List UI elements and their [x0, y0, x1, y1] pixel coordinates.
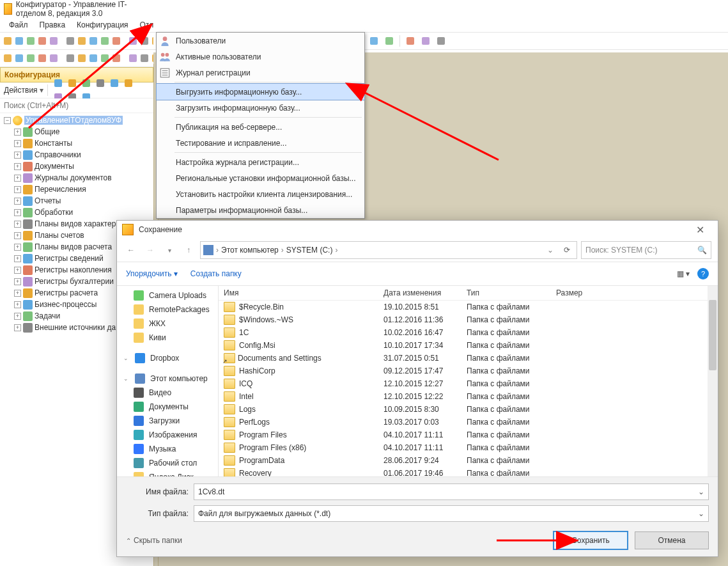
nav-item[interactable]: Изображения [117, 428, 218, 442]
toolbar-button[interactable] [88, 51, 98, 65]
file-row[interactable]: ICQ12.10.2015 12:27Папка с файлами [219, 377, 718, 390]
tree-expand-icon[interactable]: + [14, 198, 21, 205]
view-mode-icon[interactable]: ▦ ▾ [677, 269, 690, 278]
breadcrumb-drive[interactable]: SYSTEM (C:) [286, 246, 333, 255]
tree-item[interactable]: +Документы [0, 161, 153, 172]
menu-item[interactable]: Журнал регистрации [157, 65, 364, 81]
tree-expand-icon[interactable]: + [14, 186, 21, 193]
toolbar-button[interactable] [111, 34, 121, 48]
col-size[interactable]: Размер [551, 286, 718, 301]
admin-menu-dropdown[interactable]: ПользователиАктивные пользователиЖурнал … [156, 32, 365, 219]
action-button[interactable] [107, 76, 121, 90]
tree-collapse-icon[interactable]: − [4, 117, 11, 124]
toolbar-button[interactable] [3, 51, 13, 65]
organize-button[interactable]: Упорядочить ▾ [126, 269, 178, 278]
file-row[interactable]: Program Files (x86)04.10.2017 11:11Папка… [219, 441, 718, 454]
toolbar-button[interactable] [403, 34, 417, 48]
file-row[interactable]: ProgramData28.06.2017 9:24Папка с файлам… [219, 454, 718, 467]
toolbar-button[interactable] [382, 34, 396, 48]
file-row[interactable]: Program Files04.10.2017 11:11Папка с фай… [219, 428, 718, 441]
nav-recent-icon[interactable]: ▾ [162, 242, 177, 258]
tree-item[interactable]: +Константы [0, 138, 153, 149]
tree-expand-icon[interactable]: + [14, 255, 21, 262]
toolbar-button[interactable] [14, 34, 24, 48]
toolbar-button[interactable] [49, 51, 59, 65]
breadcrumb-pc[interactable]: Этот компьютер [221, 246, 279, 255]
toolbar-button[interactable] [65, 34, 75, 48]
file-row[interactable]: $Windows.~WS01.12.2016 11:36Папка с файл… [219, 313, 718, 326]
nav-item[interactable]: ЖКХ [117, 317, 218, 331]
tree-expand-icon[interactable]: + [14, 209, 21, 216]
menu-item[interactable]: Параметры информационной базы... [157, 202, 364, 218]
toolbar-button[interactable] [434, 34, 448, 48]
toolbar-button[interactable] [3, 34, 13, 48]
tree-root[interactable]: УправлениеITОтделом8УФ [24, 116, 123, 125]
toolbar-button[interactable] [65, 51, 75, 65]
tree-expand-icon[interactable]: + [14, 175, 21, 182]
nav-item[interactable]: Музыка [117, 442, 218, 456]
menu-item[interactable]: Публикация на веб-сервере... [157, 119, 364, 135]
tree-expand-icon[interactable]: + [14, 244, 21, 251]
toolbar-button[interactable] [37, 34, 47, 48]
tree-expand-icon[interactable]: + [14, 290, 21, 297]
help-icon[interactable]: ? [697, 268, 709, 279]
file-row[interactable]: Logs10.09.2015 8:30Папка с файлами [219, 403, 718, 416]
menu-item[interactable]: Выгрузить информационную базу... [156, 83, 365, 100]
file-list[interactable]: Имя Дата изменения Тип Размер $Recycle.B… [219, 286, 718, 476]
action-button[interactable] [65, 76, 79, 90]
toolbar-button[interactable] [49, 34, 59, 48]
file-row[interactable]: PerfLogs19.03.2017 0:03Папка с файлами [219, 416, 718, 428]
toolbar-button[interactable] [77, 51, 87, 65]
tree-item[interactable]: +Справочники [0, 149, 153, 161]
nav-item[interactable]: Рабочий стол [117, 456, 218, 470]
nav-item[interactable]: Загрузки [117, 414, 218, 428]
nav-item[interactable]: Киви [117, 331, 218, 345]
menu-item[interactable]: Региональные установки информационной ба… [157, 170, 364, 186]
file-row[interactable]: $Recycle.Bin19.10.2015 8:51Папка с файла… [219, 301, 718, 314]
toolbar-button[interactable] [14, 51, 24, 65]
file-list-scrollbar[interactable] [708, 286, 718, 476]
tree-expand-icon[interactable]: + [14, 152, 21, 159]
action-button[interactable] [79, 76, 93, 90]
tree-item[interactable]: +Журналы документов [0, 172, 153, 184]
file-row[interactable]: HashiCorp09.12.2015 17:47Папка с файлами [219, 365, 718, 377]
tree-expand-icon[interactable]: + [14, 140, 21, 147]
menu-item[interactable]: Пользователи [157, 33, 364, 49]
nav-back-icon[interactable]: ← [123, 242, 139, 258]
toolbar-button[interactable] [37, 51, 47, 65]
actions-label[interactable]: Действия [4, 86, 38, 95]
col-date[interactable]: Дата изменения [378, 286, 461, 301]
tree-item[interactable]: +Общие [0, 126, 153, 138]
toolbar-button[interactable] [77, 34, 87, 48]
dialog-search-input[interactable]: Поиск: SYSTEM (C:) 🔍 [581, 241, 711, 259]
nav-item[interactable]: ⌄Этот компьютер [117, 372, 218, 386]
new-folder-button[interactable]: Создать папку [190, 269, 242, 278]
file-row[interactable]: Recovery01.06.2017 19:46Папка с файлами [219, 467, 718, 476]
tree-expand-icon[interactable]: + [14, 232, 21, 239]
toolbar-button[interactable] [26, 34, 36, 48]
tree-expand-icon[interactable]: + [14, 163, 21, 170]
menu-item[interactable]: Настройка журнала регистрации... [157, 154, 364, 170]
nav-up-icon[interactable]: ↑ [181, 242, 196, 258]
nav-item[interactable]: Яндекс.Диск [117, 470, 218, 476]
toolbar-button[interactable] [100, 34, 110, 48]
dialog-close-button[interactable]: ✕ [687, 222, 713, 237]
tree-expand-icon[interactable]: + [14, 129, 21, 136]
file-row[interactable]: Config.Msi10.10.2017 17:34Папка с файлам… [219, 339, 718, 352]
toolbar-button[interactable] [128, 34, 138, 48]
toolbar-button[interactable] [139, 34, 150, 48]
tree-expand-icon[interactable]: + [14, 301, 21, 308]
col-type[interactable]: Тип [461, 286, 551, 301]
toolbar-button[interactable] [139, 51, 150, 65]
file-row[interactable]: Intel12.10.2015 12:22Папка с файлами [219, 390, 718, 403]
cancel-button[interactable]: Отмена [635, 531, 709, 549]
refresh-icon[interactable]: ⟳ [560, 246, 574, 255]
breadcrumb-dropdown-icon[interactable]: ⌄ [543, 246, 557, 255]
config-search-input[interactable] [0, 98, 161, 113]
file-row[interactable]: ↗Documents and Settings31.07.2015 0:51Па… [219, 352, 718, 365]
tree-expand-icon[interactable]: + [14, 221, 21, 228]
nav-item[interactable]: Документы [117, 400, 218, 414]
col-name[interactable]: Имя [219, 286, 378, 301]
save-button[interactable]: Сохранить [553, 531, 628, 550]
toolbar-button[interactable] [26, 51, 36, 65]
